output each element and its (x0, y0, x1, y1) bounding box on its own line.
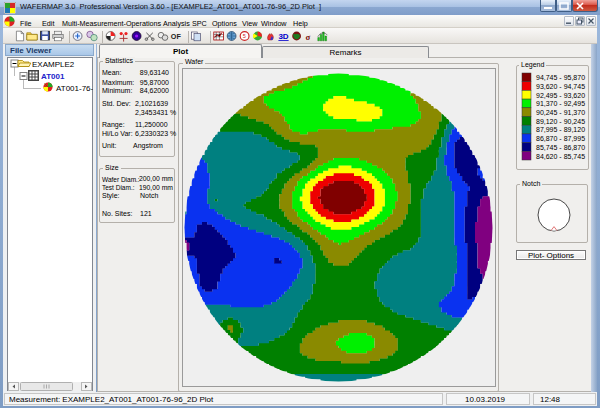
svg-text:84,620 - 85,745: 84,620 - 85,745 (536, 153, 585, 160)
svg-text:94,745 - 95,870: 94,745 - 95,870 (536, 74, 585, 81)
svg-text:89,120 - 90,245: 89,120 - 90,245 (536, 118, 585, 125)
svg-text:90,245 - 91,370: 90,245 - 91,370 (536, 109, 585, 116)
svg-text:86,870 - 87,995: 86,870 - 87,995 (536, 135, 585, 142)
svg-text:87,995 - 89,120: 87,995 - 89,120 (536, 126, 585, 133)
svg-text:93,620 - 94,745: 93,620 - 94,745 (536, 83, 585, 90)
svg-text:91,370 - 92,495: 91,370 - 92,495 (536, 100, 585, 107)
svg-text:85,745 - 86,870: 85,745 - 86,870 (536, 144, 585, 151)
svg-text:92,495 - 93,620: 92,495 - 93,620 (536, 92, 585, 99)
